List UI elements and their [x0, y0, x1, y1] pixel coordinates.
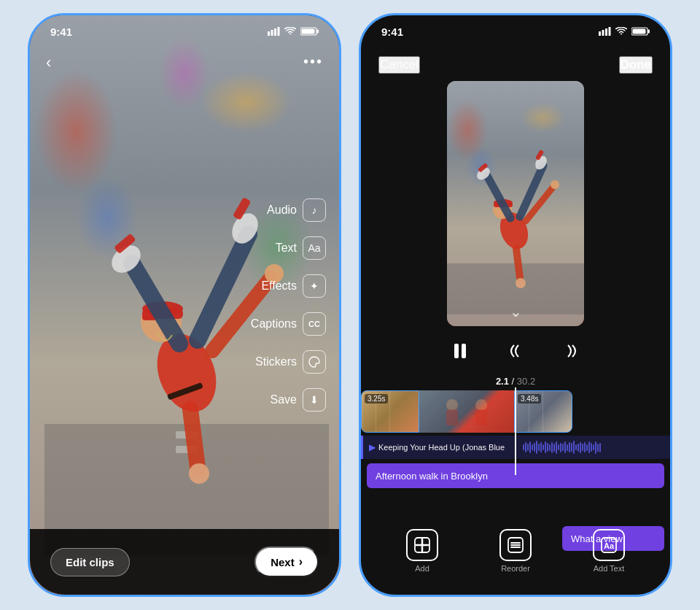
save-tool[interactable]: Save ⬇ [236, 381, 339, 419]
time-separator: / [512, 376, 517, 387]
save-icon: ⬇ [303, 388, 326, 412]
add-text-action[interactable]: Aa Add Text [593, 529, 625, 573]
save-label: Save [271, 393, 297, 406]
svg-rect-52 [446, 409, 458, 425]
signal-icon-right [599, 26, 611, 38]
current-time: 2.1 [496, 376, 509, 387]
add-label: Add [415, 564, 429, 573]
effects-icon: ✦ [303, 274, 326, 298]
right-phone: 9:41 Cancel Done [359, 13, 672, 597]
audio-icon: ♪ [303, 198, 326, 222]
more-button[interactable]: ••• [303, 53, 323, 70]
left-phone: 9:41 [28, 13, 341, 597]
add-text-label: Add Text [594, 564, 625, 573]
timeline-clip-3[interactable]: 3.48s [514, 390, 572, 433]
next-button[interactable]: Next › [254, 547, 319, 577]
stickers-label: Stickers [255, 355, 297, 368]
forward-button[interactable] [555, 335, 587, 367]
svg-rect-31 [648, 29, 650, 33]
timeline-counter: 2.1 / 30.2 [496, 376, 535, 387]
effects-tool[interactable]: Effects ✦ [236, 267, 339, 305]
svg-point-11 [189, 463, 209, 484]
clip-3-duration: 3.48s [518, 394, 541, 404]
total-time: 30.2 [517, 376, 535, 387]
captions-label: Captions [251, 317, 297, 331]
clip-1-duration: 3.25s [365, 394, 388, 404]
svg-point-35 [516, 278, 526, 288]
next-arrow-icon: › [299, 555, 303, 568]
stickers-icon [303, 350, 326, 374]
svg-point-51 [446, 399, 458, 411]
status-icons-right [599, 26, 650, 38]
text-label: Text [276, 242, 297, 255]
svg-rect-2 [274, 28, 276, 36]
svg-rect-29 [609, 27, 611, 36]
time-right: 9:41 [381, 26, 403, 38]
effects-label: Effects [261, 279, 297, 293]
done-button[interactable]: Done [619, 56, 653, 74]
svg-point-53 [475, 399, 487, 411]
edit-clips-button[interactable]: Edit clips [50, 548, 130, 576]
svg-rect-1 [271, 30, 273, 36]
add-text-icon[interactable]: Aa [593, 529, 625, 561]
svg-rect-54 [475, 409, 487, 425]
audio-tool[interactable]: Audio ♪ [236, 191, 339, 229]
svg-line-34 [516, 249, 520, 278]
svg-rect-27 [602, 30, 604, 36]
wifi-icon [284, 26, 296, 38]
preview-collapse-icon[interactable]: ⌄ [510, 303, 522, 320]
captions-icon: CC [303, 312, 326, 336]
svg-rect-5 [317, 29, 319, 33]
video-preview: ⌄ [447, 81, 584, 326]
audio-track-title: Keeping Your Head Up (Jonas Blue [378, 443, 520, 452]
svg-rect-32 [633, 28, 646, 34]
edit-toolbar: Audio ♪ Text Aa Effects ✦ Captions CC St… [236, 191, 339, 419]
editor-header: Cancel Done [361, 47, 670, 82]
reorder-label: Reorder [501, 564, 530, 573]
svg-text:Aa: Aa [604, 541, 615, 550]
status-bar-left: 9:41 [30, 15, 339, 47]
timeline-clip-2[interactable] [419, 390, 514, 433]
reorder-action[interactable]: Reorder [499, 529, 532, 573]
wifi-icon-right [615, 26, 627, 38]
captions-tool[interactable]: Captions CC [236, 305, 339, 343]
timeline-clip-1[interactable]: 3.25s [361, 390, 419, 433]
pause-button[interactable] [444, 335, 476, 367]
svg-rect-0 [268, 31, 270, 36]
text-icon: Aa [303, 236, 326, 260]
svg-point-41 [551, 180, 559, 189]
text-layer-1-content: Afternoon walk in Brooklyn [376, 471, 488, 482]
svg-rect-26 [599, 31, 601, 36]
next-label: Next [271, 556, 295, 568]
status-icons-left [268, 26, 319, 38]
svg-rect-48 [454, 344, 459, 358]
reorder-icon[interactable] [499, 529, 532, 561]
svg-rect-6 [302, 28, 315, 34]
battery-icon-right [631, 26, 650, 38]
audio-label: Audio [267, 204, 297, 217]
audio-track-icon: ▶ [369, 442, 376, 452]
svg-rect-28 [605, 28, 607, 36]
back-button[interactable]: ‹ [46, 53, 51, 72]
playback-controls [361, 335, 670, 367]
bottom-actions: Add Reorder Aa Add Text [361, 529, 670, 582]
status-bar-right: 9:41 [361, 15, 670, 47]
text-tool[interactable]: Text Aa [236, 229, 339, 267]
signal-icon [268, 26, 280, 38]
waveform [523, 440, 664, 455]
battery-icon [300, 26, 319, 38]
stickers-tool[interactable]: Stickers [236, 343, 339, 381]
add-icon[interactable] [406, 529, 438, 561]
svg-rect-3 [278, 27, 280, 36]
playhead [515, 387, 516, 475]
preview-dancer [447, 96, 584, 314]
svg-rect-49 [462, 344, 466, 358]
svg-rect-50 [419, 390, 514, 433]
bottom-bar: Edit clips Next › [30, 529, 339, 595]
cancel-button[interactable]: Cancel [378, 56, 420, 74]
time-left: 9:41 [50, 26, 72, 38]
rewind-button[interactable] [499, 335, 532, 367]
add-action[interactable]: Add [406, 529, 438, 573]
svg-line-10 [190, 409, 198, 468]
